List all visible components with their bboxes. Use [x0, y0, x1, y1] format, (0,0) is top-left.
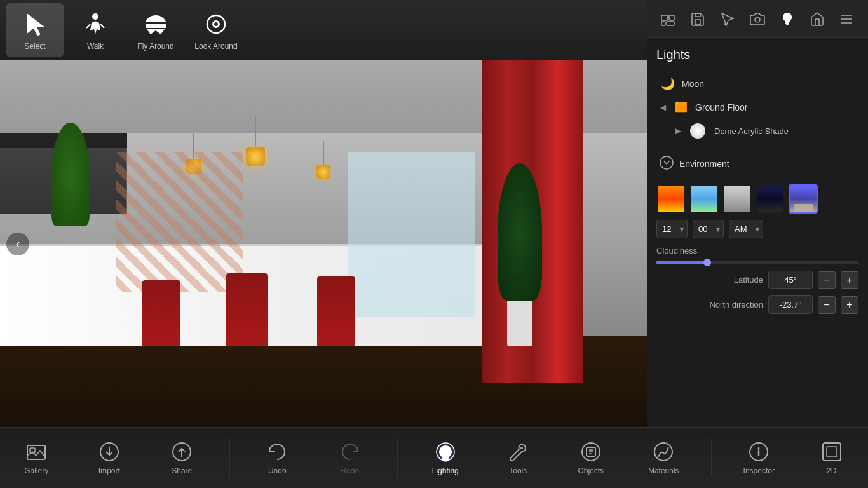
inspector-label: Inspector — [743, 466, 775, 475]
hour-select[interactable]: 12 123 456 789 1011 — [656, 220, 688, 238]
svg-rect-12 — [786, 24, 789, 25]
north-direction-minus-btn[interactable]: − — [818, 296, 836, 314]
svg-point-27 — [654, 443, 672, 461]
fly-around-tool[interactable]: Fly Around — [127, 3, 184, 57]
cloudiness-thumb[interactable] — [703, 259, 711, 266]
svg-point-0 — [92, 13, 98, 20]
bottom-toolbar: Gallery Import Share Undo Redo — [0, 427, 868, 488]
cloudiness-label-row: Cloudiness — [656, 246, 858, 255]
camera-panel-icon[interactable] — [745, 6, 770, 32]
ampm-select-wrap: AM PM ▾ — [729, 220, 763, 238]
dome-shade-light-item[interactable]: ▶ Dome Acrylic Shade — [656, 118, 858, 144]
walk-tool[interactable]: Walk — [67, 3, 124, 57]
svg-rect-7 — [667, 22, 674, 25]
svg-point-24 — [520, 447, 523, 449]
gallery-label: Gallery — [24, 466, 48, 475]
gallery-btn[interactable]: Gallery — [11, 431, 62, 485]
svg-rect-4 — [661, 15, 668, 20]
lighting-panel-icon[interactable] — [775, 6, 800, 32]
latitude-value[interactable]: 45° — [768, 271, 813, 289]
svg-rect-9 — [695, 13, 700, 17]
north-direction-value[interactable]: -23.7° — [768, 295, 813, 314]
environment-section: Environment — [656, 150, 858, 314]
env-expand-icon — [659, 155, 674, 173]
cloudiness-label: Cloudiness — [656, 246, 697, 255]
scene-canvas: ‹ — [0, 60, 647, 427]
sub-arrow-icon: ▶ — [675, 126, 681, 135]
lighting-btn[interactable]: Lighting — [420, 431, 471, 485]
dome-shade-icon — [690, 123, 705, 139]
share-label: Share — [172, 466, 192, 475]
hour-select-wrap: 12 123 456 789 1011 ▾ — [656, 220, 688, 238]
latitude-plus-btn[interactable]: + — [841, 271, 858, 289]
svg-rect-11 — [785, 22, 789, 24]
svg-rect-23 — [443, 461, 447, 462]
north-direction-label: North direction — [656, 300, 763, 309]
select-tool[interactable]: Select — [6, 3, 64, 57]
ground-floor-light-item[interactable]: ◀ 🟧 Ground Floor — [656, 96, 858, 118]
inspector-btn[interactable]: Inspector — [733, 431, 784, 485]
svg-rect-6 — [661, 22, 665, 25]
right-panel: Lights 🌙 Moon ◀ 🟧 Ground Floor ▶ Dome Ac… — [647, 0, 868, 427]
tools-label: Tools — [509, 466, 527, 475]
materials-btn[interactable]: Materials — [638, 431, 689, 485]
minute-select-wrap: 00 153045 ▾ — [693, 220, 724, 238]
latitude-label: Latitude — [656, 275, 763, 285]
objects-label: Objects — [578, 466, 604, 475]
undo-label: Undo — [268, 466, 287, 475]
svg-point-16 — [660, 156, 673, 169]
panel-icon-bar — [647, 0, 868, 38]
ampm-select[interactable]: AM PM — [729, 220, 763, 238]
list-panel-icon[interactable] — [834, 6, 859, 32]
svg-rect-8 — [695, 20, 700, 25]
svg-rect-22 — [442, 459, 449, 461]
cloudiness-slider[interactable] — [656, 261, 858, 264]
top-toolbar: Select Walk Fly Around Look Around — [0, 0, 647, 60]
nav-arrow-left[interactable]: ‹ — [6, 233, 29, 255]
redo-btn[interactable]: Redo — [325, 431, 376, 485]
2d-btn[interactable]: 2D — [806, 431, 857, 485]
import-label: Import — [98, 466, 120, 475]
home-panel-icon[interactable] — [804, 6, 830, 32]
objects-panel-icon[interactable] — [655, 6, 681, 32]
objects-btn[interactable]: Objects — [566, 431, 616, 485]
environment-presets — [656, 184, 858, 214]
redo-label: Redo — [341, 466, 359, 475]
undo-btn[interactable]: Undo — [252, 431, 302, 485]
moon-icon: 🌙 — [660, 77, 675, 91]
moon-light-item[interactable]: 🌙 Moon — [656, 72, 858, 96]
viewport[interactable]: ‹ — [0, 60, 647, 427]
panel-content: Lights 🌙 Moon ◀ 🟧 Ground Floor ▶ Dome Ac… — [647, 38, 868, 427]
svg-rect-30 — [827, 447, 837, 457]
north-direction-plus-btn[interactable]: + — [841, 296, 858, 314]
lighting-label: Lighting — [432, 466, 459, 475]
save-panel-icon[interactable] — [685, 6, 710, 32]
import-btn[interactable]: Import — [84, 431, 135, 485]
svg-point-10 — [755, 17, 760, 22]
look-around-tool[interactable]: Look Around — [187, 3, 245, 57]
env-preset-sunset[interactable] — [656, 184, 686, 214]
divider-3 — [711, 439, 712, 477]
environment-label: Environment — [679, 159, 729, 169]
north-direction-row: North direction -23.7° − + — [656, 295, 858, 314]
lights-title: Lights — [656, 48, 858, 62]
tools-btn[interactable]: Tools — [492, 431, 543, 485]
cloudiness-fill — [656, 261, 707, 264]
paint-panel-icon[interactable] — [715, 6, 740, 32]
ground-floor-icon: 🟧 — [674, 101, 689, 113]
svg-point-3 — [214, 22, 218, 26]
triangle-icon: ◀ — [660, 103, 666, 112]
env-preset-day[interactable] — [689, 184, 719, 214]
svg-rect-5 — [669, 15, 674, 20]
env-preset-custom[interactable] — [789, 184, 818, 214]
latitude-minus-btn[interactable]: − — [818, 271, 836, 289]
materials-label: Materials — [648, 466, 679, 475]
env-preset-cloudy[interactable] — [722, 184, 752, 214]
env-preset-night[interactable] — [756, 184, 785, 214]
divider-1 — [229, 439, 230, 477]
environment-header[interactable]: Environment — [656, 150, 858, 178]
minute-select[interactable]: 00 153045 — [693, 220, 724, 238]
svg-rect-29 — [823, 443, 841, 461]
share-btn[interactable]: Share — [156, 431, 207, 485]
cloudiness-track[interactable] — [656, 261, 858, 264]
